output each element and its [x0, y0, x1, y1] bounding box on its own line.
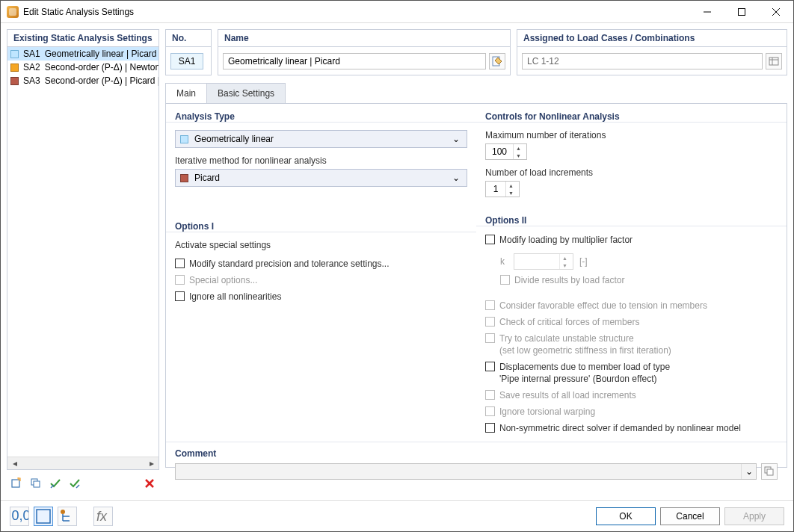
assigned-label: Assigned to Load Cases / Combinations: [517, 29, 787, 47]
chk-unstable: Try to calculate unstable structure(set …: [485, 332, 778, 356]
new-button[interactable]: [7, 474, 26, 492]
tree-button[interactable]: [58, 507, 77, 526]
chk-modify-loading[interactable]: Modify loading by multiplier factor: [485, 234, 778, 246]
controls-title: Controls for Nonlinear Analysis: [485, 111, 778, 122]
name-input[interactable]: [223, 53, 486, 69]
no-input[interactable]: [170, 53, 203, 69]
copy-button[interactable]: [26, 474, 46, 492]
svg-rect-6: [34, 481, 40, 487]
svg-text:0,00: 0,00: [12, 507, 29, 522]
checkbox-icon: [500, 275, 510, 285]
h-scrollbar[interactable]: ◂ ▸: [7, 457, 159, 469]
minimize-button[interactable]: [690, 1, 724, 23]
checkbox-icon: [485, 333, 495, 343]
ok-button[interactable]: OK: [596, 507, 656, 525]
svg-point-17: [61, 510, 65, 514]
chk-displacements[interactable]: Displacements due to member load of type…: [485, 361, 778, 385]
assigned-input[interactable]: [522, 53, 763, 69]
spinner-down-icon: ▼: [560, 262, 570, 269]
max-iter-spinner[interactable]: 100 ▲▼: [485, 143, 527, 160]
chk-critical: Check of critical forces of members: [485, 316, 778, 328]
load-inc-spinner[interactable]: 1 ▲▼: [485, 181, 520, 197]
settings-list[interactable]: SA1 Geometrically linear | Picard SA2 Se…: [7, 47, 159, 470]
fx-button[interactable]: fx: [93, 507, 113, 526]
list-item-text: Second-order (P-Δ) | Picard | 10: [45, 75, 159, 86]
cancel-button[interactable]: Cancel: [660, 507, 720, 525]
comment-combo[interactable]: ⌄: [175, 463, 757, 480]
edit-name-button[interactable]: [489, 53, 505, 69]
sidebar: Existing Static Analysis Settings SA1 Ge…: [7, 29, 159, 494]
window-title: Edit Static Analysis Settings: [23, 7, 690, 17]
iter-method-label: Iterative method for nonlinear analysis: [175, 155, 467, 166]
iter-method-combo[interactable]: Picard ⌄: [175, 169, 467, 187]
list-item[interactable]: SA2 Second-order (P-Δ) | Newton-R: [7, 61, 159, 74]
chevron-down-icon[interactable]: ⌄: [450, 173, 462, 183]
list-item[interactable]: SA1 Geometrically linear | Picard: [7, 47, 159, 61]
checkbox-icon: [485, 390, 495, 400]
unstable-note: (set low geometric stiffness in first it…: [499, 345, 671, 356]
no-label: No.: [165, 29, 212, 47]
comment-label: Comment: [175, 448, 778, 459]
checkbox-icon[interactable]: [175, 291, 185, 301]
close-button[interactable]: [759, 1, 793, 23]
swatch-icon: [180, 135, 188, 143]
checkbox-icon: [485, 300, 495, 310]
chk-special-options: Special options...: [175, 274, 467, 286]
checkbox-icon: [175, 275, 185, 285]
scroll-right-icon[interactable]: ▸: [146, 459, 157, 468]
analysis-type-combo[interactable]: Geometrically linear ⌄: [175, 130, 467, 148]
swatch-icon: [180, 174, 188, 182]
checkbox-icon[interactable]: [485, 362, 495, 371]
max-iter-label: Maximum number of iterations: [485, 130, 778, 140]
spinner-down-icon[interactable]: ▼: [514, 152, 523, 159]
combo-text: Picard: [194, 173, 450, 183]
chk-nonsym-solver[interactable]: Non-symmetric direct solver if demanded …: [485, 422, 778, 434]
view-button[interactable]: [34, 507, 53, 526]
delete-button[interactable]: [140, 474, 159, 492]
svg-rect-4: [12, 480, 19, 487]
checkbox-icon: [485, 406, 495, 416]
displacements-note: 'Pipe internal pressure' (Bourdon effect…: [499, 374, 656, 384]
app-icon: [7, 6, 19, 18]
svg-rect-10: [769, 58, 778, 65]
left-column: Analysis Type Geometrically linear ⌄: [166, 104, 476, 442]
comment-library-button[interactable]: [761, 463, 778, 480]
list-item-text: Geometrically linear | Picard: [45, 49, 157, 59]
spinner-down-icon[interactable]: ▼: [506, 189, 516, 197]
apply-button: Apply: [724, 507, 784, 525]
spinner-up-icon: ▲: [560, 254, 570, 262]
assigned-browse-button[interactable]: [766, 53, 782, 69]
svg-rect-14: [767, 469, 773, 475]
main-panel: No. Name Assigned to Load Cases / Combin…: [165, 29, 787, 494]
svg-rect-16: [37, 510, 50, 523]
spinner-up-icon[interactable]: ▲: [514, 144, 523, 152]
list-item[interactable]: SA3 Second-order (P-Δ) | Picard | 10: [7, 74, 159, 87]
analysis-type-title: Analysis Type: [175, 111, 467, 122]
check-in-button[interactable]: [46, 474, 65, 492]
checkbox-icon[interactable]: [485, 423, 495, 433]
footer: 0,00 fx OK Cancel Apply: [1, 500, 793, 531]
chk-ignore-warping: Ignore torsional warping: [485, 406, 778, 418]
checkbox-icon[interactable]: [175, 259, 185, 268]
chk-modify-precision[interactable]: Modify standard precision and tolerance …: [175, 258, 467, 270]
maximize-button[interactable]: [724, 1, 759, 23]
title-bar: Edit Static Analysis Settings: [1, 1, 793, 23]
chk-ignore-nonlin[interactable]: Ignore all nonlinearities: [175, 291, 467, 303]
spinner-value: 100: [486, 146, 513, 157]
spinner-up-icon[interactable]: ▲: [506, 182, 516, 189]
combo-text: Geometrically linear: [194, 134, 450, 144]
check-out-button[interactable]: [65, 474, 84, 492]
scroll-left-icon[interactable]: ◂: [9, 459, 20, 468]
tab-basic-settings[interactable]: Basic Settings: [207, 83, 286, 103]
units-button[interactable]: 0,00: [10, 507, 29, 526]
swatch-icon: [10, 77, 19, 85]
comment-section: Comment ⌄: [166, 442, 787, 486]
options2-title: Options II: [485, 215, 778, 226]
tab-main[interactable]: Main: [165, 83, 207, 103]
chk-save-results: Save results of all load increments: [485, 389, 778, 401]
swatch-icon: [10, 64, 19, 72]
svg-rect-1: [739, 8, 745, 15]
checkbox-icon[interactable]: [485, 235, 495, 244]
chevron-down-icon[interactable]: ⌄: [741, 464, 756, 479]
chevron-down-icon[interactable]: ⌄: [450, 134, 462, 144]
